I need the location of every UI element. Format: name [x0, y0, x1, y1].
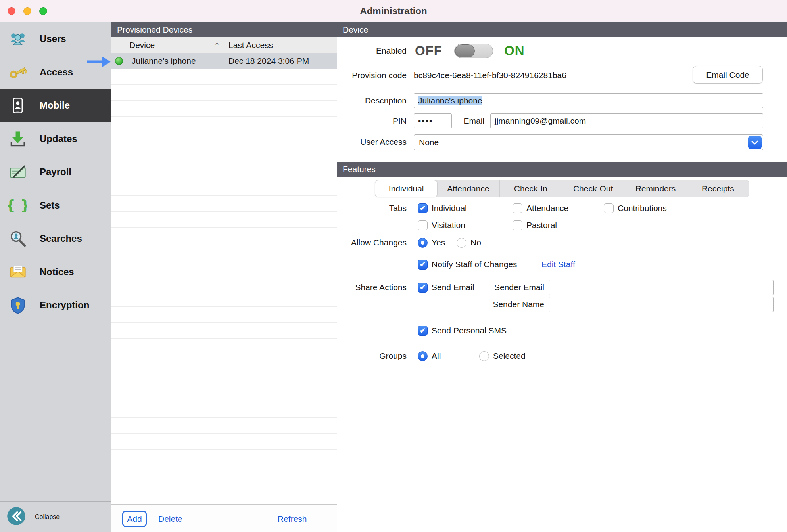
column-header-device[interactable]: Device: [129, 37, 155, 53]
allow-changes-row: Allow Changes Yes No: [337, 235, 787, 251]
radio-unselected-icon: [479, 351, 489, 361]
enabled-toggle[interactable]: [454, 44, 493, 58]
delete-device-button[interactable]: Delete: [158, 514, 182, 524]
shield-lock-icon: [6, 294, 29, 317]
tab-attendance[interactable]: Attendance: [437, 180, 499, 197]
envelope-icon: [6, 260, 29, 283]
checkbox-send-email[interactable]: Send Email: [418, 279, 474, 295]
checkbox-label: Individual: [432, 203, 467, 213]
tab-check-out[interactable]: Check-Out: [562, 180, 624, 197]
braces-icon: { }: [6, 194, 29, 217]
groups-label: Groups: [337, 348, 407, 364]
checkbox-attendance[interactable]: Attendance: [513, 200, 568, 216]
column-separator: [226, 37, 226, 53]
device-section-header: Device: [337, 22, 787, 37]
email-field[interactable]: jjmanning09@gmail.com: [490, 113, 763, 128]
device-actions-bar: Add Delete Refresh: [111, 504, 337, 532]
title-bar: Administration: [0, 0, 787, 22]
edit-staff-link[interactable]: Edit Staff: [541, 256, 575, 272]
provisioned-devices-panel: Provisioned Devices Device ⌃ Last Access…: [111, 22, 337, 532]
sidebar-item-label: Sets: [40, 200, 60, 211]
user-access-label: User Access: [337, 134, 407, 150]
features-section-header: Features: [337, 162, 787, 177]
column-gridline: [324, 53, 324, 504]
checkbox-checked-icon: [418, 283, 428, 293]
tab-individual[interactable]: Individual: [375, 180, 437, 197]
annotation-arrow-icon: [86, 55, 111, 68]
enabled-row: Enabled OFF ON: [337, 43, 787, 59]
radio-label: No: [470, 238, 481, 247]
sidebar-item-users[interactable]: Users: [0, 22, 111, 55]
device-row-selected[interactable]: Julianne's iphone Dec 18 2024 3:06 PM: [111, 53, 337, 69]
collapse-icon: [6, 506, 26, 528]
email-code-button[interactable]: Email Code: [693, 66, 763, 84]
description-field[interactable]: Julianne's iphone: [414, 93, 763, 108]
radio-label: Selected: [493, 351, 526, 361]
refresh-devices-button[interactable]: Refresh: [278, 514, 307, 524]
users-icon: [6, 27, 29, 50]
checkbox-individual[interactable]: Individual: [418, 200, 467, 216]
share-actions-row: Share Actions Send Email Sender Email: [337, 279, 787, 295]
sidebar-item-encryption[interactable]: Encryption: [0, 289, 111, 322]
dropdown-button[interactable]: [748, 136, 762, 149]
sidebar-item-payroll[interactable]: Payroll: [0, 155, 111, 189]
radio-all[interactable]: All: [418, 348, 441, 364]
last-access-cell: Dec 18 2024 3:06 PM: [228, 53, 309, 69]
checkbox-pastoral[interactable]: Pastoral: [513, 217, 557, 233]
sidebar-item-searches[interactable]: Searches: [0, 222, 111, 255]
sidebar-item-mobile[interactable]: Mobile: [0, 89, 111, 122]
column-header-last-access[interactable]: Last Access: [228, 37, 273, 53]
radio-yes[interactable]: Yes: [418, 235, 445, 251]
checkbox-label: Send Email: [432, 283, 474, 292]
column-separator: [324, 37, 324, 53]
sender-email-input[interactable]: [549, 280, 774, 295]
sidebar-item-label: Users: [40, 33, 66, 44]
pin-email-row: PIN •••• Email jjmanning09@gmail.com: [337, 113, 787, 129]
radio-no[interactable]: No: [457, 235, 481, 251]
device-table-header: Device ⌃ Last Access: [111, 37, 337, 53]
description-value-selected: Julianne's iphone: [418, 96, 482, 105]
svg-text:{ }: { }: [8, 197, 27, 213]
user-access-value: None: [419, 138, 439, 147]
sender-name-input[interactable]: [549, 297, 774, 312]
tab-reminders[interactable]: Reminders: [624, 180, 686, 197]
sidebar-item-notices[interactable]: Notices: [0, 255, 111, 289]
device-table-body[interactable]: [111, 69, 337, 504]
sender-name-label: Sender Name: [473, 297, 544, 312]
checkbox-label: Attendance: [526, 203, 568, 213]
devices-panel-header: Provisioned Devices: [111, 22, 337, 37]
provision-code-value: bc89c4ce-6ea8-11ef-bf30-824916281ba6: [414, 67, 566, 83]
checkbox-unchecked-icon: [418, 220, 428, 230]
sidebar-item-sets[interactable]: { } Sets: [0, 189, 111, 222]
sender-email-label: Sender Email: [473, 279, 544, 295]
sidebar-item-label: Updates: [40, 133, 77, 144]
device-detail-panel: Device Enabled OFF ON Provision code bc8…: [337, 22, 787, 532]
tab-receipts[interactable]: Receipts: [687, 180, 749, 197]
mobile-icon: [6, 94, 29, 117]
checkbox-checked-icon: [418, 326, 428, 336]
column-separator: [127, 37, 127, 53]
radio-label: Yes: [432, 238, 445, 247]
collapse-button[interactable]: Collapse: [0, 502, 111, 532]
allow-changes-label: Allow Changes: [337, 235, 407, 251]
checkbox-send-personal-sms[interactable]: Send Personal SMS: [418, 323, 507, 339]
sort-chevron-icon[interactable]: ⌃: [214, 38, 220, 54]
sidebar-item-label: Encryption: [40, 300, 89, 311]
radio-unselected-icon: [457, 238, 466, 248]
enabled-label: Enabled: [337, 43, 407, 59]
sidebar: Users Access: [0, 22, 111, 532]
tabs-label: Tabs: [337, 200, 407, 216]
checkbox-notify-staff[interactable]: Notify Staff of Changes: [418, 256, 517, 272]
add-device-button[interactable]: Add: [122, 511, 147, 527]
sidebar-item-updates[interactable]: Updates: [0, 122, 111, 155]
checkbox-label: Visitation: [432, 220, 465, 230]
checkbox-unchecked-icon: [604, 203, 614, 213]
user-access-dropdown[interactable]: None: [414, 134, 763, 150]
radio-selected-groups[interactable]: Selected: [479, 348, 526, 364]
checkbox-label: Notify Staff of Changes: [432, 260, 517, 269]
description-row: Description Julianne's iphone: [337, 93, 787, 109]
checkbox-visitation[interactable]: Visitation: [418, 217, 465, 233]
checkbox-contributions[interactable]: Contributions: [604, 200, 667, 216]
tab-check-in[interactable]: Check-In: [499, 180, 562, 197]
checkbox-checked-icon: [418, 260, 428, 270]
